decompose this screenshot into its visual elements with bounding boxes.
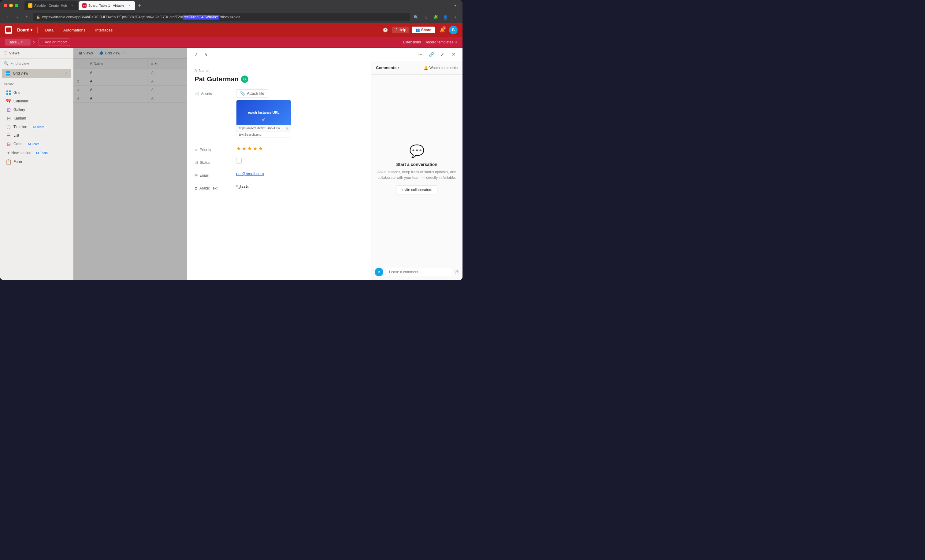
attach-file-icon: 📎	[240, 91, 245, 96]
create-grid-icon	[6, 90, 11, 95]
priority-field-content[interactable]: ★★★★★	[236, 145, 363, 152]
attachment-copy-icon[interactable]: ⎘	[286, 126, 288, 130]
at-mention-icon[interactable]: @	[455, 270, 459, 275]
svg-rect-1	[8, 71, 10, 73]
create-grid-item[interactable]: Grid	[4, 89, 69, 97]
board-favicon: Bo	[82, 3, 87, 8]
bookmark-icon[interactable]: ☆	[422, 14, 429, 21]
attachment-bg: ↙ earch Instance URL	[237, 100, 291, 125]
create-form-label: Form	[14, 159, 22, 164]
modal-expand-btn[interactable]: ⤢	[438, 50, 447, 59]
priority-stars[interactable]: ★★★★★	[236, 146, 264, 152]
assets-field-content: 📎 Attach file	[236, 89, 363, 139]
modal-more-btn[interactable]: ⋯	[416, 50, 425, 59]
menu-icon[interactable]: ⋮	[452, 14, 459, 21]
email-field-label: ✉ Email	[194, 171, 231, 177]
grid-view-more[interactable]: ⋯	[58, 72, 61, 75]
forward-button[interactable]: ›	[14, 14, 21, 21]
modal-close-btn[interactable]: ✕	[449, 50, 458, 59]
create-calendar-item[interactable]: 📅 Calendar	[4, 97, 69, 105]
minimize-window-btn[interactable]	[9, 4, 13, 8]
status-field-content[interactable]	[236, 158, 363, 164]
grid-view-label: Grid view	[13, 71, 28, 75]
create-kanban-item[interactable]: ⊟ Kanban	[4, 114, 69, 123]
attachment-card[interactable]: ↙ earch Instance URL	[236, 100, 291, 138]
watch-comments-btn[interactable]: 🔔 Watch comments	[424, 66, 458, 70]
maximize-window-btn[interactable]	[15, 4, 18, 8]
comment-input[interactable]	[386, 268, 452, 276]
extensions-button[interactable]: Extensions	[403, 40, 421, 44]
tab-airtable-creator[interactable]: A Airtable - Creator Hub ✕	[24, 1, 78, 10]
record-title[interactable]: Pat Guterman G	[194, 75, 363, 83]
automations-nav-link[interactable]: Automations	[61, 27, 88, 34]
attach-file-button[interactable]: 📎 Attach file	[236, 89, 268, 98]
modal-next-btn[interactable]: ∨	[202, 50, 211, 59]
share-button[interactable]: 👥 Share	[412, 27, 435, 33]
create-gantt-item[interactable]: ⊟ Gantt ⋈ Team	[4, 140, 69, 148]
add-table-chevron[interactable]: ›	[33, 39, 35, 45]
url-bar[interactable]: 🔒 https://airtable.com/appB64bRzBiORJFDw…	[33, 13, 410, 21]
tab-airtable-close[interactable]: ✕	[70, 3, 74, 8]
extensions-icon[interactable]: 🧩	[432, 14, 439, 21]
grid-view-item[interactable]: Grid view ⋯ ⤢	[2, 69, 71, 78]
name-field-icon: A	[194, 69, 197, 73]
record-avatar-letter: G	[244, 77, 246, 81]
priority-icon: ☆	[194, 148, 198, 152]
profile-icon[interactable]: 👤	[442, 14, 449, 21]
status-checkbox[interactable]	[236, 158, 242, 164]
notifications-button[interactable]: 🔔 1	[437, 26, 447, 35]
modal-toolbar: ∧ ∨ ⋯ 🔗 ⤢ ✕	[187, 48, 462, 61]
help-icon: ?	[395, 28, 397, 32]
history-icon[interactable]: 🕐	[381, 26, 390, 35]
email-field-content[interactable]: pat@hmail.com	[236, 171, 363, 176]
modal-link-btn[interactable]: 🔗	[427, 50, 435, 59]
help-button[interactable]: ? Help	[392, 27, 409, 33]
close-window-btn[interactable]	[4, 4, 8, 8]
grid-view-expand[interactable]: ⤢	[65, 72, 68, 75]
views-label: Views	[9, 51, 69, 56]
invite-collaborators-btn[interactable]: Invite collaborators	[396, 185, 437, 194]
ssl-lock-icon: 🔒	[36, 15, 41, 19]
create-gallery-item[interactable]: ⊞ Gallery	[4, 105, 69, 114]
start-conversation-title: Start a conversation	[396, 162, 437, 167]
new-section-label: New section	[11, 151, 31, 155]
new-section-item[interactable]: + New section ⋈ Team	[4, 148, 69, 158]
create-timeline-item[interactable]: ⬡ Timeline ⋈ Team	[4, 123, 69, 131]
add-import-button[interactable]: + Add or import	[39, 39, 70, 46]
status-field-row: ☑ Status	[194, 158, 363, 165]
search-icon[interactable]: 🔍	[412, 14, 420, 21]
create-form-item[interactable]: 📋 Form	[4, 158, 69, 166]
board-logo-inner	[6, 27, 11, 32]
data-nav-link[interactable]: Data	[42, 27, 56, 34]
interfaces-nav-link[interactable]: Interfaces	[93, 27, 115, 34]
commenter-avatar: B	[375, 268, 383, 276]
nav-brand[interactable]: Board ▾	[17, 27, 32, 32]
user-avatar[interactable]: B	[449, 26, 458, 34]
table-tab[interactable]: Table 1 ▾ ⋯	[5, 39, 30, 45]
arabic-text-field-content[interactable]: ظفقار٣	[236, 184, 363, 189]
new-tab-button[interactable]: +	[136, 2, 143, 9]
attachment-arrow-icon: ↙	[262, 116, 266, 122]
record-templates-button[interactable]: Record templates ✦	[425, 40, 458, 44]
arabic-text-value: ظفقار٣	[236, 184, 249, 189]
tab-board-table[interactable]: Bo Board: Table 1 - Airtable ✕	[78, 1, 135, 10]
comments-chevron[interactable]: ▾	[398, 66, 399, 70]
create-list-item[interactable]: ☰ List	[4, 131, 69, 140]
assets-label-text: Assets	[201, 92, 212, 96]
comments-label-text: Comments	[376, 65, 396, 70]
svg-rect-5	[9, 90, 11, 92]
modal-prev-btn[interactable]: ∧	[192, 50, 201, 59]
back-button[interactable]: ‹	[4, 14, 11, 21]
arabic-text-field-label: ≣ Arabic Text	[194, 184, 231, 191]
reload-button[interactable]: ↻	[23, 14, 30, 21]
table-tab-expand: ⋯	[24, 41, 27, 44]
email-value[interactable]: pat@hmail.com	[236, 171, 264, 176]
find-view-input[interactable]	[11, 62, 69, 66]
start-conversation-desc: Ask questions, keep track of status upda…	[377, 169, 456, 180]
create-kanban-icon: ⊟	[6, 116, 11, 121]
tab-dropdown-btn[interactable]: ▾	[452, 2, 459, 9]
tab-board-close[interactable]: ✕	[127, 3, 131, 8]
record-fields: A Name Pat Guterman G	[187, 61, 371, 280]
attachment-content: ↙	[262, 116, 266, 122]
attachment-overlay-text: earch Instance URL	[248, 111, 280, 114]
